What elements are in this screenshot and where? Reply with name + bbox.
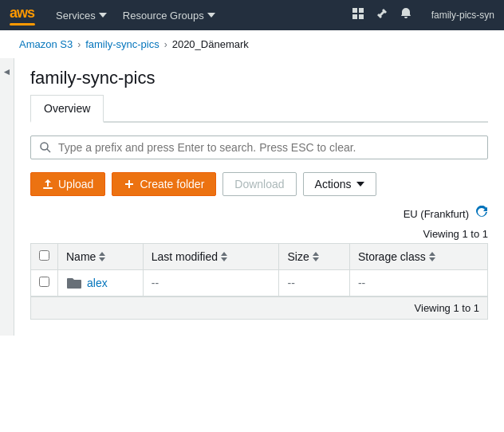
grid-icon[interactable] — [352, 7, 364, 23]
row-checkbox-cell — [31, 270, 58, 297]
actions-button[interactable]: Actions — [303, 172, 376, 196]
breadcrumb-bucket-link[interactable]: family-sync-pics — [85, 38, 159, 50]
plus-icon — [124, 179, 135, 190]
name-sort-icon[interactable] — [99, 252, 105, 261]
breadcrumb-current: 2020_Dänemark — [172, 38, 249, 50]
sidebar-toggle-arrow: ◄ — [2, 66, 12, 77]
last-modified-sort-icon[interactable] — [221, 252, 227, 261]
actions-chevron-icon — [356, 182, 364, 187]
tab-overview[interactable]: Overview — [30, 95, 104, 123]
breadcrumb-sep-1: › — [77, 39, 81, 50]
row-last-modified-cell: -- — [143, 270, 279, 297]
sidebar-toggle[interactable]: ◄ — [0, 58, 14, 336]
upload-icon — [42, 179, 53, 190]
top-navigation: aws Services Resource Groups family-p — [0, 0, 504, 30]
upload-button[interactable]: Upload — [30, 172, 105, 196]
row-checkbox[interactable] — [39, 277, 49, 287]
folder-icon — [66, 277, 82, 289]
storage-class-sort-icon[interactable] — [429, 252, 435, 261]
refresh-icon[interactable] — [475, 206, 488, 222]
objects-table: Name Last modified — [30, 243, 488, 297]
select-all-checkbox[interactable] — [39, 250, 49, 261]
svg-rect-6 — [43, 187, 53, 189]
search-bar — [30, 135, 488, 159]
name-column-header: Name — [58, 244, 144, 270]
region-bar: EU (Frankfurt) — [30, 206, 488, 222]
svg-point-4 — [41, 143, 48, 150]
row-storage-class-cell: -- — [349, 270, 487, 297]
aws-logo[interactable]: aws — [10, 5, 35, 26]
bell-icon[interactable] — [400, 7, 412, 23]
svg-rect-2 — [352, 14, 357, 19]
size-sort-icon[interactable] — [313, 252, 319, 261]
main-content: family-sync-pics Overview Upload — [14, 58, 504, 336]
nav-icons: family-pics-syn — [352, 7, 494, 23]
breadcrumb: Amazon S3 › family-sync-pics › 2020_Däne… — [0, 30, 504, 58]
tab-bar: Overview — [30, 95, 488, 123]
svg-rect-3 — [359, 14, 364, 19]
viewing-info-top: Viewing 1 to 1 — [30, 225, 488, 243]
breadcrumb-s3-link[interactable]: Amazon S3 — [19, 38, 73, 50]
main-layout: ◄ family-sync-pics Overview Upload — [0, 58, 504, 336]
aws-logo-text: aws — [10, 5, 35, 22]
svg-rect-0 — [352, 8, 357, 13]
account-name[interactable]: family-pics-syn — [431, 10, 494, 21]
row-size-cell: -- — [279, 270, 349, 297]
region-label: EU (Frankfurt) — [404, 208, 469, 220]
chevron-down-icon — [207, 13, 215, 18]
aws-logo-underline — [10, 23, 35, 26]
services-nav-item[interactable]: Services — [48, 0, 115, 30]
svg-line-5 — [47, 149, 50, 152]
breadcrumb-sep-2: › — [164, 39, 167, 50]
search-input[interactable] — [58, 141, 479, 154]
create-folder-button[interactable]: Create folder — [112, 172, 216, 196]
download-button[interactable]: Download — [222, 172, 296, 196]
svg-rect-1 — [359, 8, 364, 13]
pin-icon[interactable] — [376, 7, 388, 23]
table-row: alex -- -- -- — [31, 270, 488, 297]
folder-link[interactable]: alex — [66, 277, 135, 289]
size-column-header: Size — [279, 244, 349, 270]
resource-groups-nav-item[interactable]: Resource Groups — [115, 0, 223, 30]
chevron-down-icon — [99, 13, 107, 18]
row-name-cell: alex — [58, 270, 144, 297]
select-all-header — [31, 244, 58, 270]
storage-class-column-header: Storage class — [349, 244, 487, 270]
table-footer: Viewing 1 to 1 — [30, 297, 488, 320]
page-title: family-sync-pics — [30, 58, 488, 95]
action-bar: Upload Create folder Download Actions — [30, 172, 488, 196]
search-icon — [39, 141, 52, 154]
last-modified-column-header: Last modified — [143, 244, 279, 270]
